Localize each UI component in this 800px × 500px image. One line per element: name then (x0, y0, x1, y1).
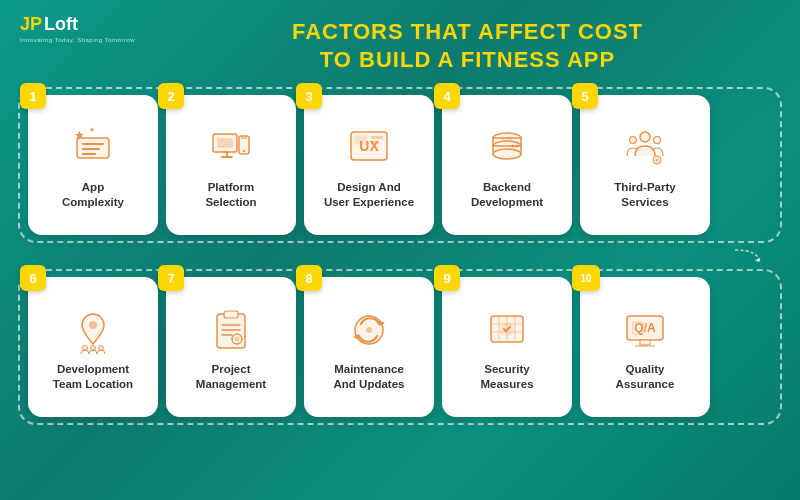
svg-point-33 (89, 321, 97, 329)
svg-rect-10 (221, 156, 233, 158)
svg-rect-18 (371, 141, 379, 144)
card-6-number: 6 (20, 265, 46, 291)
main-title: FACTORS THAT AFFECT COST TO BUILD A FITN… (155, 18, 780, 73)
svg-point-12 (243, 150, 245, 152)
svg-marker-5 (90, 128, 94, 132)
svg-rect-38 (224, 311, 238, 318)
svg-point-31 (655, 158, 659, 162)
card-2-label: PlatformSelection (205, 180, 256, 210)
card-2: 2 PlatformSelection (166, 95, 296, 235)
logo-subtitle: Innovating Today, Shaping Tomorrow (20, 37, 135, 43)
row-1-dashed: 1 AppComplexity 2 (18, 87, 782, 243)
svg-point-29 (654, 137, 661, 144)
card-10-icon: Q/A (619, 304, 671, 356)
card-5-icon (619, 122, 671, 174)
card-3: 3 UX Design AndUser Experience (304, 95, 434, 235)
card-7-number: 7 (158, 265, 184, 291)
card-7-icon (205, 304, 257, 356)
svg-rect-17 (371, 136, 383, 139)
card-9: 9 SecurityMeasures (442, 277, 572, 417)
svg-point-43 (235, 337, 240, 342)
card-9-number: 9 (434, 265, 460, 291)
card-8-label: MaintenanceAnd Updates (334, 362, 405, 392)
svg-rect-7 (217, 138, 233, 148)
svg-point-25 (512, 145, 515, 148)
svg-text:</>: </> (502, 135, 513, 142)
card-10-number: 10 (572, 265, 600, 291)
card-10-label: QualityAssurance (616, 362, 675, 392)
card-3-icon: UX (343, 122, 395, 174)
card-4-label: BackendDevelopment (471, 180, 543, 210)
card-5-number: 5 (572, 83, 598, 109)
card-2-icon (205, 122, 257, 174)
card-9-icon (481, 304, 533, 356)
card-4-icon: </> (481, 122, 533, 174)
logo-area: JP Loft Innovating Today, Shaping Tomorr… (20, 14, 135, 43)
logo-jp: JP (20, 14, 42, 35)
header: JP Loft Innovating Today, Shaping Tomorr… (0, 0, 800, 79)
svg-point-28 (630, 137, 637, 144)
title-area: FACTORS THAT AFFECT COST TO BUILD A FITN… (155, 14, 780, 73)
card-5: 5 Third-PartyServices (580, 95, 710, 235)
card-7: 7 ProjectManagement (166, 277, 296, 417)
card-1-number: 1 (20, 83, 46, 109)
card-1-label: AppComplexity (62, 180, 124, 210)
card-6-icon (67, 304, 119, 356)
arrow-connector (0, 245, 800, 267)
row-1-container: 1 AppComplexity 2 (0, 87, 800, 243)
card-8-number: 8 (296, 265, 322, 291)
card-5-label: Third-PartyServices (614, 180, 675, 210)
svg-text:Q/A: Q/A (634, 321, 656, 335)
card-6: 6 DevelopmentTeam Location (28, 277, 158, 417)
svg-point-51 (366, 327, 372, 333)
svg-rect-61 (635, 345, 655, 347)
card-6-label: DevelopmentTeam Location (53, 362, 133, 392)
card-4: 4 </> BackendDevelopment (442, 95, 572, 235)
card-1-icon (67, 122, 119, 174)
card-2-number: 2 (158, 83, 184, 109)
card-3-number: 3 (296, 83, 322, 109)
card-7-label: ProjectManagement (196, 362, 266, 392)
row-2-dashed: 6 DevelopmentTeam Location 7 (18, 269, 782, 425)
card-8-icon (343, 304, 395, 356)
card-4-number: 4 (434, 83, 460, 109)
logo-loft: Loft (44, 14, 78, 35)
card-8: 8 MaintenanceAnd Updates (304, 277, 434, 417)
logo: JP Loft (20, 14, 78, 35)
card-1: 1 AppComplexity (28, 95, 158, 235)
svg-point-26 (516, 145, 519, 148)
card-3-label: Design AndUser Experience (324, 180, 414, 210)
svg-point-23 (493, 149, 521, 159)
svg-rect-16 (355, 136, 367, 144)
row-2-container: 6 DevelopmentTeam Location 7 (0, 269, 800, 425)
svg-point-27 (640, 132, 650, 142)
svg-rect-60 (640, 340, 650, 345)
svg-rect-9 (226, 152, 228, 156)
card-10: 10 Q/A QualityAssurance (580, 277, 710, 417)
card-9-label: SecurityMeasures (480, 362, 533, 392)
